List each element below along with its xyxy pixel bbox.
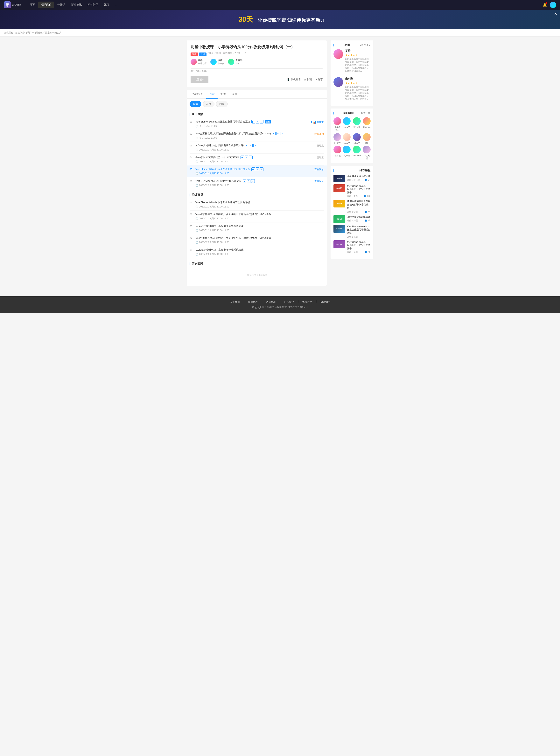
logo[interactable]: 云朵课堂 (4, 1, 21, 8)
classmate-3[interactable]: Charles (363, 117, 371, 132)
teacher-name-0: 罗静 (198, 59, 206, 62)
classmate-7[interactable]: Bill (363, 133, 371, 144)
sub-tab-live[interactable]: 直播 (189, 101, 201, 107)
play-icon-2[interactable]: ▶ (245, 144, 248, 147)
tab-catalog[interactable]: 目录 (206, 90, 218, 99)
edit-icon-5[interactable]: ✎ (247, 179, 251, 183)
rec-item-5[interactable]: Java JUC 玩转Java开发工具，精通JUC，成为开发多面手 讲师：岱田 … (334, 240, 371, 254)
share-button[interactable]: ↗ 分享 (315, 78, 323, 81)
sub-tab-record[interactable]: 录播 (203, 101, 215, 107)
breadcrumb-current: 销冠修炼术抢定80%的客户 (34, 31, 61, 34)
future-time-0: 🕐 2020/02/26 周四 10:00-11:00 (195, 205, 324, 208)
logo-text: 云朵课堂 (12, 3, 21, 7)
breadcrumb-link-series[interactable]: 新媒体营销系列 (15, 31, 32, 34)
classmate-11[interactable]: qq_天涯 (363, 146, 371, 160)
footer-link-recruit[interactable]: 招资纳士 (320, 300, 331, 304)
tab-qa[interactable]: 问答 (229, 90, 240, 99)
sub-tab-offline[interactable]: 面授 (216, 101, 228, 107)
classmates-card: 你的同学 ↻ 换一换 化学教书... 1567** 张小田 (331, 108, 373, 163)
share-icon-0[interactable]: ↗ (260, 120, 263, 123)
classmate-8[interactable]: 小熊熊 (334, 146, 341, 160)
notification-bell[interactable]: 🔔 (543, 3, 547, 7)
share-icon-4[interactable]: ↗ (260, 167, 263, 171)
sidebar-teacher-avatar-0 (334, 49, 343, 59)
tab-review[interactable]: 评论 (218, 90, 229, 99)
sidebar-teacher-1: 宋利坚 ★★★★☆ 国内某重点大学安全工程专业硕士，国家一级注册消防工程师、注册… (334, 77, 371, 103)
share-icon-3[interactable]: ↗ (249, 156, 253, 159)
nav-discover[interactable]: 发现课程 (38, 2, 54, 8)
classmate-2[interactable]: 张小田 (352, 117, 361, 132)
material-tag-0[interactable]: 资料 (265, 120, 271, 123)
play-icon-4[interactable]: ▶ (252, 167, 255, 171)
classmate-avatar-11 (363, 146, 371, 154)
rec-item-3[interactable]: 高级电商 高级电商全线系统大课 讲师：冷磊 👥 40 (334, 215, 371, 223)
share-icon-1[interactable]: ↗ (281, 132, 284, 135)
play-icon-3[interactable]: ▶ (241, 156, 244, 159)
course-header-card: 明星中教授课，小学阶段语法100分–强化级第1讲动词（一） 直播 录播 246人… (187, 40, 327, 87)
future-title-4: 从Java后端到全栈、高级电商全栈系统大课 (195, 248, 324, 252)
footer-link-partner[interactable]: 合作伙伴 (284, 300, 294, 304)
edit-icon-4[interactable]: ✎ (256, 167, 259, 171)
main-nav: 首页 发现课程 公开课 新闻资讯 问答社区 题库 ··· (27, 2, 543, 8)
classmate-1[interactable]: 1567** (343, 117, 351, 132)
rec-item-4[interactable]: Vue Node Vue Element+Node.js开发企业通用管理后台系统… (334, 225, 371, 238)
classmate-6[interactable]: 1867** (352, 133, 361, 144)
nav-problems[interactable]: 题库 (102, 2, 112, 8)
nav-open[interactable]: 公开课 (55, 2, 68, 8)
play-icon-1[interactable]: ▶ (272, 132, 276, 135)
rec-item-1[interactable]: Java工具 玩转Java开发工具，精通JUC，成为开发多面手 讲师：王磊 👥 … (334, 184, 371, 198)
rec-item-0[interactable]: 高级电商 高级电商全线系统大课 讲师：张小锋 👥 34 (334, 175, 371, 182)
banner-close-button[interactable]: ✕ (554, 12, 557, 16)
nav-more[interactable]: ··· (113, 2, 120, 8)
item-content-2: 从Java后端到全栈、高级电商全栈系统大课 ▶ ✎ ↗ 🕐 2020/02/27… (195, 144, 317, 152)
future-time-2: 🕐 2020/02/26 周四 10:00-11:00 (195, 229, 324, 232)
rec-meta-0: 讲师：张小锋 👥 34 (347, 179, 371, 182)
user-avatar[interactable] (550, 2, 556, 8)
rec-meta-3: 讲师：冷磊 👥 40 (347, 219, 371, 222)
logo-icon (4, 1, 11, 8)
rec-item-2[interactable]: 前端全栈 前端全栈加强版！前端全栈+全周期+多组应用 讲师：岱田 👥 56 (334, 200, 371, 213)
nav-home[interactable]: 首页 (27, 2, 37, 8)
course-tabs-container: 课程介绍 目录 评论 问答 直播 录播 面授 今日直播 01 (187, 90, 327, 286)
item-status-4[interactable]: 查看回放 (315, 167, 324, 171)
classmate-avatar-10 (353, 146, 361, 154)
classmate-4[interactable]: 1767** (334, 133, 341, 144)
play-icon-5[interactable]: ▶ (243, 179, 246, 183)
footer-link-franchise[interactable]: 加盟代理 (248, 300, 258, 304)
classmate-5[interactable]: 1567** (343, 133, 351, 144)
teachers-pagination[interactable]: ◀ 1 / 10 ▶ (360, 44, 371, 46)
collect-button[interactable]: ☆ 收藏 (304, 78, 312, 81)
refresh-classmates-button[interactable]: ↻ 换一换 (361, 112, 371, 115)
footer-link-sitemap[interactable]: 网站地图 (266, 300, 276, 304)
edit-icon-1[interactable]: ✎ (276, 132, 280, 135)
item-status-5[interactable]: 查看回放 (315, 179, 324, 183)
mobile-watch-button[interactable]: 📱 手机观看 (287, 78, 301, 81)
classmate-0[interactable]: 化学教书... (334, 117, 341, 132)
nav-qa[interactable]: 问答社区 (85, 2, 101, 8)
share-icon-5[interactable]: ↗ (251, 179, 255, 183)
item-title-5: 跟随千万级项目从0到100全过程高效成长 ▶ ✎ ↗ (195, 179, 315, 183)
classmate-avatar-1 (343, 117, 351, 125)
classmate-10[interactable]: Summers (352, 146, 361, 160)
classmate-name-0: 化学教书... (334, 126, 341, 132)
history-title: 历史回顾 (189, 262, 324, 265)
bought-button[interactable]: 已购买 (191, 76, 208, 83)
footer-link-about[interactable]: 关于我们 (230, 300, 240, 304)
edit-icon-2[interactable]: ✎ (249, 144, 253, 147)
action-buttons: 📱 手机观看 ☆ 收藏 ↗ 分享 (287, 78, 323, 81)
classmate-avatar-0 (334, 117, 341, 125)
item-icons-4: ▶ ✎ ↗ (252, 167, 263, 171)
tab-intro[interactable]: 课程介绍 (189, 90, 206, 99)
rec-info-0: 高级电商全线系统大课 讲师：张小锋 👥 34 (347, 175, 371, 182)
breadcrumb-link-discover[interactable]: 发现课程 (4, 31, 13, 34)
edit-icon-3[interactable]: ✎ (245, 156, 248, 159)
footer-link-disclaimer[interactable]: 免责声明 (302, 300, 312, 304)
notification-dot (546, 2, 547, 4)
nav-news[interactable]: 新闻资讯 (68, 2, 84, 8)
share-icon-2[interactable]: ↗ (253, 144, 257, 147)
classmate-9[interactable]: 大笨狼 (343, 146, 351, 160)
sidebar-teacher-avatar-1 (334, 77, 343, 87)
item-num-1: 02 (189, 132, 195, 135)
edit-icon-0[interactable]: ✎ (256, 120, 259, 123)
play-icon-0[interactable]: ▶ (252, 120, 255, 123)
